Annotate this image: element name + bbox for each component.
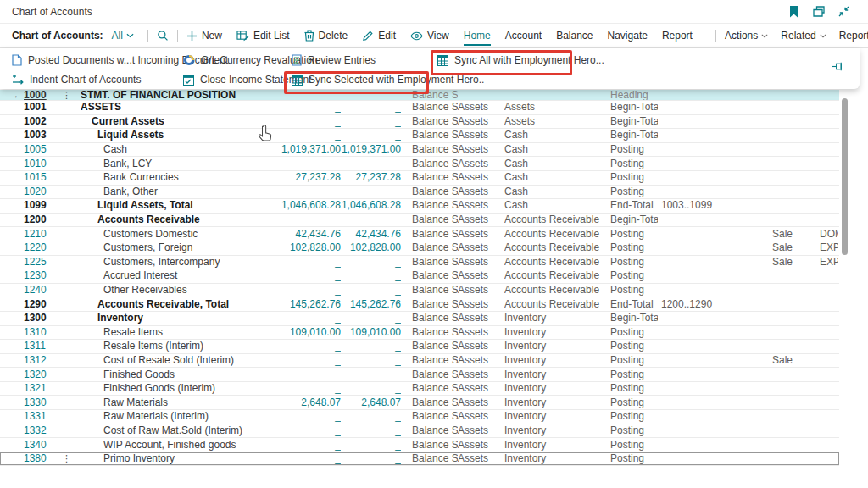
balance-link[interactable]: _: [341, 369, 401, 381]
account-number-link[interactable]: 1380: [24, 452, 53, 465]
net-change-link[interactable]: _: [280, 354, 341, 367]
table-row[interactable]: 1200 Accounts Receivable _ _ Balance Sh.…: [0, 214, 839, 228]
account-name[interactable]: Current Assets: [81, 115, 280, 128]
table-row[interactable]: 1300 Inventory _ _ Balance Sh... Assets …: [0, 312, 839, 326]
account-name[interactable]: Customers Domestic: [81, 228, 280, 241]
account-number-link[interactable]: 1001: [24, 101, 53, 114]
net-change-link[interactable]: _: [280, 452, 341, 465]
account-name[interactable]: Primo Inventory: [81, 452, 280, 465]
account-number-link[interactable]: 1000: [24, 90, 53, 101]
balance-link[interactable]: _: [341, 269, 401, 282]
net-change-link[interactable]: _: [280, 340, 341, 352]
account-name[interactable]: Accrued Interest: [81, 269, 280, 282]
net-change-link[interactable]: _: [280, 115, 341, 128]
collapse-icon[interactable]: [838, 6, 849, 17]
account-number-link[interactable]: 1340: [24, 439, 53, 452]
table-row[interactable]: 1001 ASSETS _ _ Balance Sh... Assets Ass…: [0, 101, 839, 115]
account-number-link[interactable]: 1225: [24, 256, 53, 269]
net-change-link[interactable]: 102,828.00: [280, 241, 341, 254]
account-name[interactable]: WIP Account, Finished goods: [81, 439, 280, 452]
table-row[interactable]: 1003 Liquid Assets _ _ Balance Sh... Ass…: [0, 129, 839, 143]
table-row[interactable]: 1240 Other Receivables _ _ Balance Sh...…: [0, 284, 839, 298]
table-row[interactable]: 1220 Customers, Foreign 102,828.00 102,8…: [0, 241, 839, 256]
row-menu-icon[interactable]: ⋮: [53, 90, 81, 101]
net-change-link[interactable]: 1,019,371.00: [280, 143, 341, 156]
account-number-link[interactable]: 1312: [24, 354, 53, 367]
account-name[interactable]: Bank, Other: [81, 186, 280, 198]
net-change-link[interactable]: _: [280, 186, 341, 198]
balance-link[interactable]: _: [341, 354, 401, 367]
account-name[interactable]: Liquid Assets: [81, 129, 280, 141]
balance-link[interactable]: _: [341, 312, 401, 324]
table-row[interactable]: 1311 Resale Items (Interim) _ _ Balance …: [0, 340, 839, 354]
tab-account[interactable]: Account: [505, 28, 542, 43]
account-name[interactable]: Raw Materials: [81, 396, 280, 409]
menu-actions[interactable]: Actions: [725, 30, 768, 42]
table-row[interactable]: 1230 Accrued Interest _ _ Balance Sh... …: [0, 269, 839, 284]
net-change-link[interactable]: _: [280, 129, 341, 141]
account-name[interactable]: Other Receivables: [81, 284, 280, 297]
net-change-link[interactable]: _: [280, 439, 341, 452]
balance-link[interactable]: _: [341, 214, 401, 226]
table-row[interactable]: 1310 Resale Items 109,010.00 109,010.00 …: [0, 326, 839, 341]
table-row[interactable]: 1210 Customers Domestic 42,434.76 42,434…: [0, 227, 839, 241]
account-number-link[interactable]: 1020: [24, 186, 53, 198]
balance-link[interactable]: _: [341, 284, 401, 297]
net-change-link[interactable]: _: [280, 269, 341, 282]
net-change-link[interactable]: 145,262.76: [280, 298, 341, 311]
account-name[interactable]: Inventory: [81, 312, 280, 324]
row-menu-icon[interactable]: ⋮: [53, 452, 81, 465]
view-filter-dropdown[interactable]: All: [112, 30, 134, 42]
table-row[interactable]: 1331 Raw Materials (Interim) _ _ Balance…: [0, 410, 839, 424]
account-number-link[interactable]: 1200: [24, 214, 53, 226]
view-button[interactable]: View: [410, 30, 449, 42]
table-row[interactable]: 1225 Customers, Intercompany _ _ Balance…: [0, 256, 839, 270]
sync-all-employment-hero-button[interactable]: Sync All with Employment Hero...: [437, 53, 604, 68]
net-change-link[interactable]: 42,434.76: [280, 228, 341, 241]
net-change-link[interactable]: 27,237.28: [280, 171, 341, 184]
net-change-link[interactable]: _: [280, 284, 341, 297]
search-button[interactable]: [157, 30, 169, 42]
table-row[interactable]: 1340 WIP Account, Finished goods _ _ Bal…: [0, 438, 839, 452]
sync-selected-employment-hero-button[interactable]: Sync Selected with Employment Hero..: [292, 72, 484, 87]
account-number-link[interactable]: 1005: [24, 143, 53, 156]
menu-related[interactable]: Related: [781, 30, 826, 42]
balance-link[interactable]: _: [341, 186, 401, 198]
net-change-link[interactable]: _: [280, 424, 341, 437]
balance-link[interactable]: _: [341, 439, 401, 452]
account-name[interactable]: Bank Currencies: [81, 171, 280, 184]
balance-link[interactable]: 109,010.00: [341, 326, 401, 339]
net-change-link[interactable]: 109,010.00: [280, 326, 341, 339]
table-row[interactable]: 1321 Finished Goods (Interim) _ _ Balanc…: [0, 382, 839, 396]
table-row[interactable]: 1005 Cash 1,019,371.00 1,019,371.00 Bala…: [0, 143, 839, 158]
table-row[interactable]: 1015 Bank Currencies 27,237.28 27,237.28…: [0, 171, 839, 186]
menu-reports[interactable]: Reports: [839, 30, 868, 42]
table-row[interactable]: 1330 Raw Materials 2,648.07 2,648.07 Bal…: [0, 396, 839, 410]
account-name[interactable]: Cost of Raw Mat.Sold (Interim): [81, 424, 280, 437]
account-number-link[interactable]: 1015: [24, 171, 53, 184]
balance-link[interactable]: _: [341, 410, 401, 423]
account-name[interactable]: Customers, Foreign: [81, 241, 280, 254]
vertical-scrollbar[interactable]: [842, 95, 848, 488]
account-number-link[interactable]: 1003: [24, 129, 53, 141]
table-row[interactable]: 1332 Cost of Raw Mat.Sold (Interim) _ _ …: [0, 424, 839, 439]
open-in-new-window-icon[interactable]: [813, 6, 825, 17]
net-change-link[interactable]: _: [280, 256, 341, 269]
indent-chart-of-accounts-button[interactable]: Indent Chart of Accounts: [12, 72, 141, 87]
edit-list-button[interactable]: Edit List: [236, 30, 290, 42]
balance-link[interactable]: 1,046,608.28: [341, 199, 401, 212]
balance-link[interactable]: _: [341, 101, 401, 114]
account-name[interactable]: Cost of Resale Sold (Interim): [81, 354, 280, 367]
net-change-link[interactable]: _: [280, 214, 341, 226]
tab-navigate[interactable]: Navigate: [608, 28, 648, 43]
account-number-link[interactable]: 1321: [24, 382, 53, 395]
balance-link[interactable]: _: [341, 382, 401, 395]
bookmark-icon[interactable]: [788, 6, 799, 18]
review-entries-button[interactable]: Review Entries: [292, 53, 376, 68]
balance-link[interactable]: 1,019,371.00: [341, 143, 401, 156]
net-change-link[interactable]: _: [280, 90, 341, 101]
account-number-link[interactable]: 1290: [24, 298, 53, 311]
account-number-link[interactable]: 1320: [24, 369, 53, 381]
account-number-link[interactable]: 1010: [24, 158, 53, 170]
account-number-link[interactable]: 1331: [24, 410, 53, 423]
